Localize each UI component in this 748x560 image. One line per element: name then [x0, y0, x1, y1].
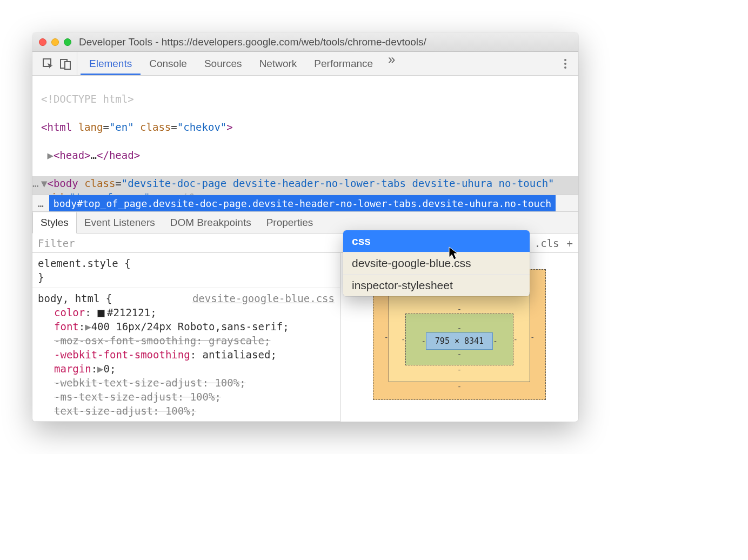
- tab-console[interactable]: Console: [141, 52, 196, 75]
- tabs-overflow-button[interactable]: »: [382, 52, 402, 75]
- tab-elements[interactable]: Elements: [81, 52, 141, 75]
- settings-kebab-button[interactable]: [557, 59, 574, 69]
- box-model-content[interactable]: 795 × 8341: [426, 332, 493, 350]
- css-declaration[interactable]: -moz-osx-font-smoothing: grayscale;: [38, 334, 335, 348]
- subtab-styles[interactable]: Styles: [32, 212, 77, 234]
- css-declaration[interactable]: font:▶400 16px/24px Roboto,sans-serif;: [38, 319, 335, 334]
- bm-padding-left: -: [421, 337, 425, 345]
- bm-margin-left: -: [384, 333, 389, 342]
- tab-network[interactable]: Network: [251, 52, 306, 75]
- rule-element-style[interactable]: element.style { }: [32, 253, 340, 288]
- bm-border-bottom: -: [401, 365, 518, 374]
- window-minimize-button[interactable]: [51, 38, 59, 46]
- dom-ghost: $0: [181, 191, 193, 195]
- css-declaration[interactable]: color: #212121;: [38, 305, 335, 319]
- tab-performance[interactable]: Performance: [305, 52, 382, 75]
- rule-close: }: [38, 270, 335, 284]
- bm-border-top: -: [401, 305, 518, 314]
- breadcrumb-overflow[interactable]: …: [32, 198, 49, 209]
- mouse-cursor-icon: [449, 246, 459, 263]
- menu-item-css[interactable]: css: [343, 230, 530, 252]
- dom-attr: class: [84, 177, 115, 189]
- panel-tabs: Elements Console Sources Network Perform…: [81, 52, 402, 75]
- new-style-rule-button[interactable]: +: [567, 237, 573, 249]
- dom-head-open[interactable]: <head>: [54, 149, 91, 161]
- css-declaration[interactable]: -ms-text-size-adjust: 100%;: [38, 390, 335, 404]
- dom-breadcrumb[interactable]: … body#top_of_page.devsite-doc-page.devs…: [32, 195, 578, 212]
- device-toolbar-icon[interactable]: [59, 58, 71, 70]
- traffic-lights: [39, 38, 71, 46]
- dom-val: "chekov": [177, 121, 227, 133]
- box-model-padding[interactable]: - - 795 × 8341 - -: [405, 314, 513, 365]
- toggle-cls-button[interactable]: .cls: [535, 237, 559, 249]
- styles-filter-input[interactable]: Filter: [38, 237, 75, 249]
- rule-source-link[interactable]: devsite-google-blue.css: [192, 291, 335, 305]
- bm-padding-top: -: [421, 324, 497, 332]
- rule-selector: element.style {: [38, 256, 335, 270]
- subtab-properties[interactable]: Properties: [259, 212, 321, 233]
- menu-item-devsite-blue[interactable]: devsite-google-blue.css: [343, 252, 530, 275]
- bm-padding-right: -: [493, 337, 497, 345]
- css-declaration[interactable]: -webkit-text-size-adjust: 100%;: [38, 376, 335, 390]
- bm-margin-bottom: -: [384, 382, 535, 391]
- devtools-window: Developer Tools - https://developers.goo…: [32, 32, 578, 422]
- dom-val: "devsite-doc-page devsite-header-no-lowe…: [122, 177, 555, 189]
- bm-border-right: -: [513, 335, 518, 344]
- dom-val: "en": [109, 121, 134, 133]
- window-close-button[interactable]: [39, 38, 46, 46]
- window-title: Developer Tools - https://developers.goo…: [79, 36, 426, 48]
- main-toolbar: Elements Console Sources Network Perform…: [32, 52, 578, 76]
- box-model-border[interactable]: - - - - 795 × 8341 - - - -: [389, 292, 530, 382]
- css-declaration[interactable]: -webkit-font-smoothing: antialiased;: [38, 348, 335, 362]
- dom-gutter: …: [32, 176, 41, 190]
- css-declaration[interactable]: text-size-adjust: 100%;: [38, 404, 335, 418]
- dom-val: "top_of_page": [70, 191, 150, 195]
- window-maximize-button[interactable]: [64, 38, 71, 46]
- tab-sources[interactable]: Sources: [196, 52, 251, 75]
- bm-margin-right: -: [530, 333, 535, 342]
- dom-html-tag: html: [47, 121, 72, 133]
- dom-head-close: </head>: [97, 149, 140, 161]
- dom-tree[interactable]: <!DOCTYPE html> <html lang="en" class="c…: [32, 76, 578, 195]
- styles-content: element.style { } devsite-google-blue.cs…: [32, 253, 578, 422]
- inspect-element-icon[interactable]: [42, 58, 54, 70]
- bm-border-left: -: [401, 335, 405, 344]
- subtab-event-listeners[interactable]: Event Listeners: [77, 212, 163, 233]
- stylesheet-context-menu: css devsite-google-blue.css inspector-st…: [343, 230, 530, 296]
- rule-body-html[interactable]: devsite-google-blue.css body, html { col…: [32, 288, 340, 422]
- bm-padding-bottom: -: [421, 350, 497, 358]
- menu-item-inspector-stylesheet[interactable]: inspector-stylesheet: [343, 275, 530, 296]
- svg-rect-2: [65, 62, 70, 69]
- dom-ellipsis: …: [91, 149, 97, 161]
- dom-attr: lang: [78, 121, 103, 133]
- dom-doctype: <!DOCTYPE html>: [41, 93, 134, 105]
- dom-attr: id: [51, 191, 63, 195]
- dom-body-tag: body: [54, 177, 78, 189]
- breadcrumb-current[interactable]: body#top_of_page.devsite-doc-page.devsit…: [49, 195, 556, 211]
- dom-attr: class: [140, 121, 171, 133]
- styles-rules-pane[interactable]: element.style { } devsite-google-blue.cs…: [32, 253, 340, 422]
- css-declaration[interactable]: margin:▶0;: [38, 362, 335, 376]
- window-titlebar: Developer Tools - https://developers.goo…: [32, 32, 578, 52]
- subtab-dom-breakpoints[interactable]: DOM Breakpoints: [163, 212, 259, 233]
- dom-selected-body[interactable]: …▼<body class="devsite-doc-page devsite-…: [32, 176, 578, 195]
- dom-eq: ==: [156, 191, 181, 195]
